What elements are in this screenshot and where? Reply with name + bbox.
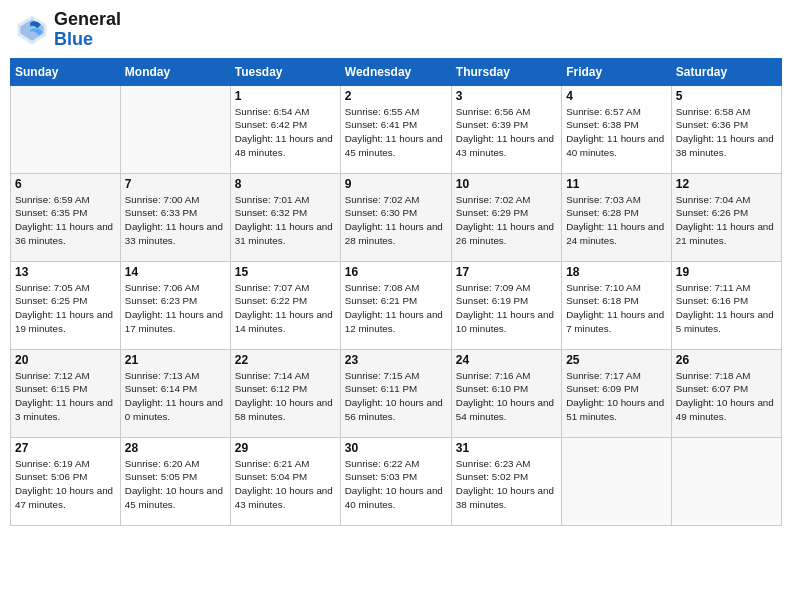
logo: General Blue [14,10,121,50]
weekday-header-tuesday: Tuesday [230,58,340,85]
calendar-cell: 28Sunrise: 6:20 AM Sunset: 5:05 PM Dayli… [120,437,230,525]
day-info: Sunrise: 6:57 AM Sunset: 6:38 PM Dayligh… [566,105,667,160]
calendar-cell: 23Sunrise: 7:15 AM Sunset: 6:11 PM Dayli… [340,349,451,437]
calendar-week-4: 20Sunrise: 7:12 AM Sunset: 6:15 PM Dayli… [11,349,782,437]
day-number: 16 [345,265,447,279]
day-info: Sunrise: 6:21 AM Sunset: 5:04 PM Dayligh… [235,457,336,512]
calendar-cell: 18Sunrise: 7:10 AM Sunset: 6:18 PM Dayli… [562,261,672,349]
weekday-header-saturday: Saturday [671,58,781,85]
day-info: Sunrise: 6:55 AM Sunset: 6:41 PM Dayligh… [345,105,447,160]
day-info: Sunrise: 7:13 AM Sunset: 6:14 PM Dayligh… [125,369,226,424]
page-header: General Blue [10,10,782,50]
calendar-cell: 12Sunrise: 7:04 AM Sunset: 6:26 PM Dayli… [671,173,781,261]
day-info: Sunrise: 7:07 AM Sunset: 6:22 PM Dayligh… [235,281,336,336]
calendar-cell: 6Sunrise: 6:59 AM Sunset: 6:35 PM Daylig… [11,173,121,261]
day-number: 4 [566,89,667,103]
calendar-cell: 3Sunrise: 6:56 AM Sunset: 6:39 PM Daylig… [451,85,561,173]
day-info: Sunrise: 7:11 AM Sunset: 6:16 PM Dayligh… [676,281,777,336]
day-number: 22 [235,353,336,367]
calendar-cell: 10Sunrise: 7:02 AM Sunset: 6:29 PM Dayli… [451,173,561,261]
day-number: 8 [235,177,336,191]
calendar-cell [671,437,781,525]
day-info: Sunrise: 6:54 AM Sunset: 6:42 PM Dayligh… [235,105,336,160]
day-number: 24 [456,353,557,367]
calendar-cell: 1Sunrise: 6:54 AM Sunset: 6:42 PM Daylig… [230,85,340,173]
calendar-cell: 31Sunrise: 6:23 AM Sunset: 5:02 PM Dayli… [451,437,561,525]
day-info: Sunrise: 7:08 AM Sunset: 6:21 PM Dayligh… [345,281,447,336]
logo-text: General Blue [54,10,121,50]
day-number: 7 [125,177,226,191]
day-info: Sunrise: 6:58 AM Sunset: 6:36 PM Dayligh… [676,105,777,160]
weekday-header-friday: Friday [562,58,672,85]
calendar-cell: 14Sunrise: 7:06 AM Sunset: 6:23 PM Dayli… [120,261,230,349]
day-info: Sunrise: 7:14 AM Sunset: 6:12 PM Dayligh… [235,369,336,424]
day-number: 18 [566,265,667,279]
day-info: Sunrise: 7:12 AM Sunset: 6:15 PM Dayligh… [15,369,116,424]
day-number: 3 [456,89,557,103]
day-info: Sunrise: 7:17 AM Sunset: 6:09 PM Dayligh… [566,369,667,424]
day-info: Sunrise: 7:02 AM Sunset: 6:30 PM Dayligh… [345,193,447,248]
day-number: 29 [235,441,336,455]
day-number: 12 [676,177,777,191]
day-number: 5 [676,89,777,103]
day-info: Sunrise: 6:59 AM Sunset: 6:35 PM Dayligh… [15,193,116,248]
calendar-cell: 30Sunrise: 6:22 AM Sunset: 5:03 PM Dayli… [340,437,451,525]
day-info: Sunrise: 7:01 AM Sunset: 6:32 PM Dayligh… [235,193,336,248]
calendar-week-3: 13Sunrise: 7:05 AM Sunset: 6:25 PM Dayli… [11,261,782,349]
day-number: 14 [125,265,226,279]
day-info: Sunrise: 7:10 AM Sunset: 6:18 PM Dayligh… [566,281,667,336]
day-info: Sunrise: 7:06 AM Sunset: 6:23 PM Dayligh… [125,281,226,336]
day-info: Sunrise: 7:04 AM Sunset: 6:26 PM Dayligh… [676,193,777,248]
calendar-cell: 11Sunrise: 7:03 AM Sunset: 6:28 PM Dayli… [562,173,672,261]
calendar-week-1: 1Sunrise: 6:54 AM Sunset: 6:42 PM Daylig… [11,85,782,173]
day-number: 20 [15,353,116,367]
calendar-cell: 16Sunrise: 7:08 AM Sunset: 6:21 PM Dayli… [340,261,451,349]
calendar-cell: 20Sunrise: 7:12 AM Sunset: 6:15 PM Dayli… [11,349,121,437]
calendar-cell [562,437,672,525]
calendar-cell: 19Sunrise: 7:11 AM Sunset: 6:16 PM Dayli… [671,261,781,349]
calendar-cell: 27Sunrise: 6:19 AM Sunset: 5:06 PM Dayli… [11,437,121,525]
day-info: Sunrise: 7:15 AM Sunset: 6:11 PM Dayligh… [345,369,447,424]
day-number: 25 [566,353,667,367]
calendar-cell [11,85,121,173]
calendar-cell: 13Sunrise: 7:05 AM Sunset: 6:25 PM Dayli… [11,261,121,349]
day-number: 17 [456,265,557,279]
calendar-table: SundayMondayTuesdayWednesdayThursdayFrid… [10,58,782,526]
calendar-cell: 25Sunrise: 7:17 AM Sunset: 6:09 PM Dayli… [562,349,672,437]
calendar-cell: 8Sunrise: 7:01 AM Sunset: 6:32 PM Daylig… [230,173,340,261]
calendar-cell: 24Sunrise: 7:16 AM Sunset: 6:10 PM Dayli… [451,349,561,437]
day-number: 15 [235,265,336,279]
day-info: Sunrise: 6:20 AM Sunset: 5:05 PM Dayligh… [125,457,226,512]
calendar-cell: 4Sunrise: 6:57 AM Sunset: 6:38 PM Daylig… [562,85,672,173]
day-number: 26 [676,353,777,367]
day-number: 30 [345,441,447,455]
day-info: Sunrise: 6:56 AM Sunset: 6:39 PM Dayligh… [456,105,557,160]
calendar-week-5: 27Sunrise: 6:19 AM Sunset: 5:06 PM Dayli… [11,437,782,525]
calendar-cell [120,85,230,173]
day-number: 23 [345,353,447,367]
day-info: Sunrise: 7:02 AM Sunset: 6:29 PM Dayligh… [456,193,557,248]
logo-icon [14,12,50,48]
day-number: 28 [125,441,226,455]
day-number: 10 [456,177,557,191]
calendar-cell: 2Sunrise: 6:55 AM Sunset: 6:41 PM Daylig… [340,85,451,173]
calendar-cell: 21Sunrise: 7:13 AM Sunset: 6:14 PM Dayli… [120,349,230,437]
calendar-cell: 7Sunrise: 7:00 AM Sunset: 6:33 PM Daylig… [120,173,230,261]
day-number: 1 [235,89,336,103]
day-number: 13 [15,265,116,279]
day-info: Sunrise: 7:09 AM Sunset: 6:19 PM Dayligh… [456,281,557,336]
weekday-header-monday: Monday [120,58,230,85]
day-number: 31 [456,441,557,455]
calendar-cell: 17Sunrise: 7:09 AM Sunset: 6:19 PM Dayli… [451,261,561,349]
day-info: Sunrise: 7:18 AM Sunset: 6:07 PM Dayligh… [676,369,777,424]
day-number: 19 [676,265,777,279]
header-row: SundayMondayTuesdayWednesdayThursdayFrid… [11,58,782,85]
day-info: Sunrise: 7:00 AM Sunset: 6:33 PM Dayligh… [125,193,226,248]
weekday-header-sunday: Sunday [11,58,121,85]
day-info: Sunrise: 6:22 AM Sunset: 5:03 PM Dayligh… [345,457,447,512]
calendar-cell: 22Sunrise: 7:14 AM Sunset: 6:12 PM Dayli… [230,349,340,437]
day-info: Sunrise: 7:03 AM Sunset: 6:28 PM Dayligh… [566,193,667,248]
calendar-week-2: 6Sunrise: 6:59 AM Sunset: 6:35 PM Daylig… [11,173,782,261]
day-number: 6 [15,177,116,191]
day-number: 9 [345,177,447,191]
